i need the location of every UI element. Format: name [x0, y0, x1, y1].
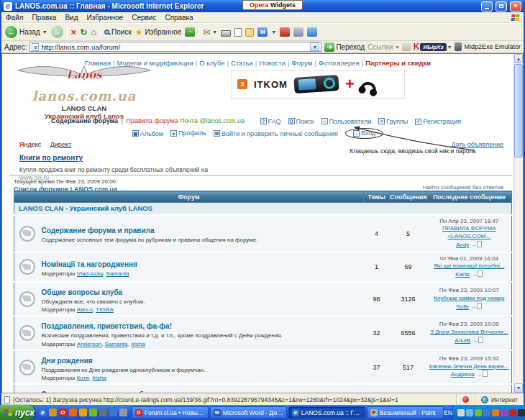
- last-post-user[interactable]: Karlis: [455, 271, 470, 278]
- last-post-user[interactable]: AnutB: [455, 337, 470, 344]
- itkom-banner[interactable]: з ITKOM +: [231, 70, 405, 99]
- taskbar-task[interactable]: Forum.cl.ua • Новые...: [132, 406, 209, 419]
- language-indicator[interactable]: EN: [444, 405, 453, 420]
- forum-link[interactable]: Общие вопросы клуба: [42, 288, 123, 296]
- last-post-topic[interactable]: ПРАВИЛА ФОРУМА <LANOS.COM...: [429, 225, 511, 241]
- forumbar-link-Группы[interactable]: ≡Группы: [378, 118, 408, 125]
- links-label[interactable]: Ссылки: [368, 43, 393, 51]
- update-icon[interactable]: [475, 409, 482, 416]
- links-chevron-icon[interactable]: »: [396, 44, 398, 50]
- icq-icon[interactable]: [89, 408, 97, 416]
- post-ad-link[interactable]: Дать объявление: [452, 141, 503, 148]
- toolbar-extra-icon[interactable]: [402, 42, 411, 51]
- taskbar-task[interactable]: Microsoft Word - Док...: [210, 406, 287, 419]
- forumbar-link-Войти и проверить личные сообщения[interactable]: ✉Войти и проверить личные сообщения: [214, 130, 338, 137]
- last-post-user[interactable]: Андрюха: [451, 371, 475, 378]
- battery-icon[interactable]: [501, 409, 508, 416]
- forumbar-link-Регистрация[interactable]: ✓Регистрация: [415, 118, 461, 125]
- display-icon[interactable]: [483, 409, 490, 416]
- forum-link[interactable]: Содержание форума и правила: [42, 227, 155, 234]
- nav-link[interactable]: Статьи: [231, 59, 253, 67]
- home-button[interactable]: ⌂: [91, 27, 96, 37]
- vertical-scrollbar[interactable]: ▲ ▼: [513, 54, 523, 393]
- forum-link[interactable]: Совещания активистов клуба: [42, 391, 148, 393]
- media-icon[interactable]: [79, 408, 87, 416]
- opera-icon[interactable]: [59, 408, 67, 416]
- moderator-link[interactable]: Samanta: [105, 341, 128, 347]
- goto-latest-post-icon[interactable]: →: [472, 337, 483, 344]
- nav-link[interactable]: Партнеры и скидки: [365, 59, 431, 67]
- messenger-button[interactable]: M: [257, 27, 268, 37]
- forumbar-link-Поиск[interactable]: QПоиск: [288, 118, 314, 125]
- nav-link[interactable]: Новости: [259, 59, 286, 67]
- outlook-icon[interactable]: [49, 408, 57, 416]
- messenger-icon[interactable]: [109, 408, 117, 416]
- forum-link[interactable]: Номінації та нагородження: [42, 260, 137, 268]
- nav-link[interactable]: Фотогалерея: [319, 59, 360, 67]
- back-dropdown-icon[interactable]: ▼: [42, 29, 47, 35]
- menu-item[interactable]: Файл: [6, 14, 24, 22]
- restore-button[interactable]: [496, 1, 507, 12]
- moderator-link[interactable]: Anderson: [77, 341, 101, 347]
- ad-title-link[interactable]: Книги по ремонту: [19, 154, 83, 162]
- moderator-link[interactable]: Alex-x: [77, 306, 93, 313]
- menu-item[interactable]: Избранное: [86, 14, 123, 22]
- forumbar-link-Альбом[interactable]: ▣Альбом: [132, 130, 163, 137]
- alert-icon[interactable]: [462, 396, 469, 403]
- menu-item[interactable]: Вид: [65, 14, 78, 22]
- forumbar-link-Профиль[interactable]: ●Профиль: [170, 129, 206, 137]
- mail-button[interactable]: ✉ ▼: [203, 27, 217, 37]
- search-button[interactable]: Поиск: [104, 28, 132, 36]
- last-post-user[interactable]: Andy: [456, 242, 469, 248]
- notes-button[interactable]: [245, 28, 254, 37]
- forumbar-link-Пользователи[interactable]: ··Пользователи: [321, 118, 372, 125]
- moderator-link[interactable]: TIGRA: [96, 306, 113, 313]
- moderator-link[interactable]: Vlad-lucky: [77, 270, 103, 277]
- shield-icon[interactable]: [280, 27, 290, 37]
- last-post-topic[interactable]: Евгении-Элечки День варен...: [429, 363, 511, 371]
- site-logo[interactable]: Lanos lanos.com.ua LANOS CLAN Украинский…: [8, 64, 160, 120]
- goto-latest-post-icon[interactable]: →: [470, 242, 482, 248]
- stop-button[interactable]: ×: [71, 27, 77, 37]
- scroll-up-icon[interactable]: ▲: [514, 54, 523, 63]
- address-input[interactable]: e http://lanos.com.ua/forum/ ▼: [29, 42, 321, 52]
- nav-link[interactable]: Форум: [292, 59, 313, 67]
- refresh-button[interactable]: ↻: [80, 27, 87, 37]
- k-toolbar-badge[interactable]: K ИЫрХз ▼: [414, 42, 452, 52]
- address-dropdown-icon[interactable]: ▼: [310, 42, 319, 51]
- antivirus-icon[interactable]: [509, 409, 516, 416]
- last-post-topic[interactable]: З Днем Захисника Вітчизни...: [429, 329, 511, 337]
- mail-link[interactable]: Почта @lanos.com.ua: [180, 117, 245, 124]
- moderator-link[interactable]: Samanta: [106, 270, 129, 277]
- history-icon[interactable]: ◔: [185, 27, 195, 37]
- moderator-link[interactable]: Irisha: [92, 375, 106, 381]
- flash-icon[interactable]: [492, 409, 499, 416]
- research-icon[interactable]: [293, 27, 303, 37]
- find-unanswered-link[interactable]: Найти сообщения без ответов: [423, 184, 503, 191]
- forum-rules-link[interactable]: Правила форума: [126, 117, 178, 124]
- close-button[interactable]: ×: [510, 1, 521, 12]
- scrollbar-thumb[interactable]: [514, 64, 523, 158]
- ie-icon[interactable]: [39, 408, 47, 416]
- back-button[interactable]: ← Назад ▼: [5, 26, 47, 38]
- forumbar-link-Вход[interactable]: →Вход: [345, 128, 383, 139]
- camera-icon[interactable]: [99, 408, 107, 416]
- nav-link[interactable]: О клубе: [199, 59, 224, 67]
- goto-latest-post-icon[interactable]: →: [476, 371, 488, 378]
- last-post-topic[interactable]: Які ще номінації потрібні...: [429, 262, 511, 270]
- goto-latest-post-icon[interactable]: →: [471, 271, 483, 278]
- forward-button[interactable]: →: [51, 26, 63, 38]
- last-post-topic[interactable]: Клубные рамки под номер: [429, 295, 511, 303]
- minimize-button[interactable]: [481, 1, 493, 12]
- cd-icon[interactable]: [518, 409, 525, 416]
- last-post-user[interactable]: SoBr: [456, 303, 469, 310]
- contacts-icon[interactable]: [307, 27, 317, 37]
- taskbar-task[interactable]: LANOS.com.ua :: Гла...: [288, 406, 365, 419]
- forum-link[interactable]: Поздравления, приветствия, фа-фа!: [42, 322, 172, 330]
- menu-item[interactable]: Справка: [165, 14, 193, 22]
- moderator-link[interactable]: Irisha: [131, 341, 145, 347]
- forum-link[interactable]: Дни рождения: [42, 357, 93, 365]
- go-button[interactable]: ➔ Переход: [324, 42, 365, 52]
- midp2exe-emulator-button[interactable]: Midp2Exe Emulator: [455, 42, 521, 51]
- start-button[interactable]: пуск: [0, 405, 35, 420]
